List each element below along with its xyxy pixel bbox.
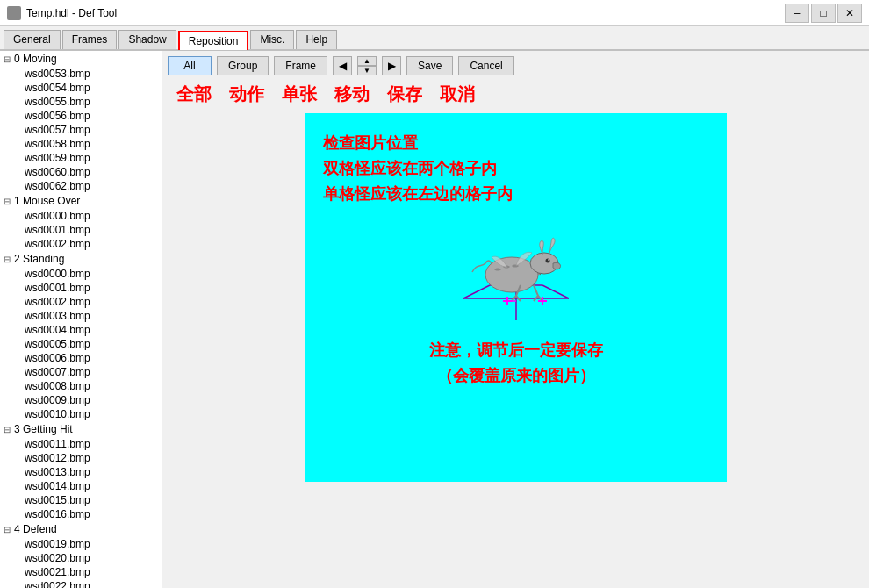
canvas-area: 检查图片位置 双格怪应该在两个格子内 单格怪应该在左边的格子内 xyxy=(305,113,727,482)
list-item[interactable]: wsd0022.bmp xyxy=(0,579,162,588)
tree-group-defend[interactable]: ⊟ 4 Defend xyxy=(0,521,162,537)
list-item[interactable]: wsd0058.bmp xyxy=(0,137,162,151)
label-action: 动作 xyxy=(229,82,264,106)
label-save: 保存 xyxy=(387,82,422,106)
expand-icon-standing: ⊟ xyxy=(4,255,11,264)
list-item[interactable]: wsd0011.bmp xyxy=(0,437,162,451)
list-item[interactable]: wsd0057.bmp xyxy=(0,123,162,137)
canvas-text-1: 检查图片位置 双格怪应该在两个格子内 单格怪应该在左边的格子内 xyxy=(323,131,709,206)
tab-help[interactable]: Help xyxy=(296,30,337,49)
app-icon xyxy=(7,6,21,20)
menu-tabs: General Frames Shadow Reposition Misc. H… xyxy=(0,26,869,51)
minimize-button[interactable]: – xyxy=(785,4,809,23)
list-item[interactable]: wsd0003.bmp xyxy=(0,309,162,323)
list-item[interactable]: wsd0014.bmp xyxy=(0,479,162,493)
content-panel: All Group Frame ◀ ▲ ▼ ▶ Save Cancel 全部 动… xyxy=(162,51,869,588)
canvas-bottom-text: 注意，调节后一定要保存 （会覆盖原来的图片） xyxy=(323,338,709,389)
close-button[interactable]: ✕ xyxy=(837,4,862,23)
list-item[interactable]: wsd0053.bmp xyxy=(0,67,162,81)
expand-icon-gettinghit: ⊟ xyxy=(4,425,11,434)
title-bar: Temp.hdl - Def Tool – □ ✕ xyxy=(0,0,869,26)
tab-misc[interactable]: Misc. xyxy=(250,30,294,49)
list-item[interactable]: wsd0060.bmp xyxy=(0,165,162,179)
arrow-down-button[interactable]: ▼ xyxy=(357,66,377,75)
dragon-image xyxy=(455,224,578,320)
arrow-left-button[interactable]: ◀ xyxy=(333,56,352,75)
list-item[interactable]: wsd0010.bmp xyxy=(0,407,162,421)
chinese-labels-row: 全部 动作 单张 移动 保存 取消 xyxy=(168,82,864,106)
list-item[interactable]: wsd0013.bmp xyxy=(0,465,162,479)
list-item[interactable]: wsd0021.bmp xyxy=(0,565,162,579)
list-item[interactable]: wsd0062.bmp xyxy=(0,179,162,193)
label-all: 全部 xyxy=(176,82,212,106)
canvas-wrapper: 检查图片位置 双格怪应该在两个格子内 单格怪应该在左边的格子内 xyxy=(168,113,864,583)
list-item[interactable]: wsd0002.bmp xyxy=(0,295,162,309)
list-item[interactable]: wsd0005.bmp xyxy=(0,337,162,351)
maximize-button[interactable]: □ xyxy=(811,4,836,23)
window-title: Temp.hdl - Def Tool xyxy=(26,7,117,19)
tree-group-gettinghit[interactable]: ⊟ 3 Getting Hit xyxy=(0,421,162,437)
group-label-defend: 4 Defend xyxy=(14,523,57,535)
main-area: ⊟ 0 Moving wsd0053.bmp wsd0054.bmp wsd00… xyxy=(0,51,869,588)
group-label-gettinghit: 3 Getting Hit xyxy=(14,423,73,435)
list-item[interactable]: wsd0009.bmp xyxy=(0,393,162,407)
frame-button[interactable]: Frame xyxy=(274,56,327,75)
label-single: 单张 xyxy=(282,82,317,106)
all-button[interactable]: All xyxy=(168,56,212,75)
tree-group-moving[interactable]: ⊟ 0 Moving xyxy=(0,51,162,67)
list-item[interactable]: wsd0001.bmp xyxy=(0,223,162,237)
label-move: 移动 xyxy=(334,82,370,106)
svg-point-11 xyxy=(545,259,549,263)
label-cancel: 取消 xyxy=(440,82,475,106)
arrow-up-button[interactable]: ▲ xyxy=(357,56,377,66)
list-item[interactable]: wsd0007.bmp xyxy=(0,365,162,379)
list-item[interactable]: wsd0000.bmp xyxy=(0,209,162,223)
arrow-vertical-group: ▲ ▼ xyxy=(357,56,377,75)
cancel-button[interactable]: Cancel xyxy=(458,56,514,75)
tab-reposition[interactable]: Reposition xyxy=(178,31,249,50)
tab-frames[interactable]: Frames xyxy=(62,30,118,49)
list-item[interactable]: wsd0054.bmp xyxy=(0,81,162,95)
file-tree: ⊟ 0 Moving wsd0053.bmp wsd0054.bmp wsd00… xyxy=(0,51,162,588)
group-button[interactable]: Group xyxy=(217,56,269,75)
list-item[interactable]: wsd0008.bmp xyxy=(0,379,162,393)
list-item[interactable]: wsd0006.bmp xyxy=(0,351,162,365)
list-item[interactable]: wsd0016.bmp xyxy=(0,507,162,521)
list-item[interactable]: wsd0004.bmp xyxy=(0,323,162,337)
toolbar: All Group Frame ◀ ▲ ▼ ▶ Save Cancel xyxy=(168,56,864,75)
arrow-right-button[interactable]: ▶ xyxy=(382,56,401,75)
list-item[interactable]: wsd0012.bmp xyxy=(0,451,162,465)
window-controls: – □ ✕ xyxy=(785,4,862,23)
list-item[interactable]: wsd0059.bmp xyxy=(0,151,162,165)
list-item[interactable]: wsd0000.bmp xyxy=(0,267,162,281)
list-item[interactable]: wsd0020.bmp xyxy=(0,551,162,565)
svg-line-3 xyxy=(542,285,569,298)
list-item[interactable]: wsd0019.bmp xyxy=(0,537,162,551)
svg-line-2 xyxy=(463,285,490,298)
tab-shadow[interactable]: Shadow xyxy=(118,30,176,49)
group-label-standing: 2 Standing xyxy=(14,253,64,265)
arrow-left-icon[interactable]: ◀ xyxy=(333,56,352,75)
list-item[interactable]: wsd0015.bmp xyxy=(0,493,162,507)
dragon-container xyxy=(323,224,709,320)
group-label-mouseover: 1 Mouse Over xyxy=(14,195,80,207)
tab-general[interactable]: General xyxy=(4,30,61,49)
arrow-right-icon[interactable]: ▶ xyxy=(382,56,401,75)
list-item[interactable]: wsd0001.bmp xyxy=(0,281,162,295)
expand-icon-defend: ⊟ xyxy=(4,525,11,534)
list-item[interactable]: wsd0002.bmp xyxy=(0,237,162,251)
expand-icon-moving: ⊟ xyxy=(4,54,11,64)
list-item[interactable]: wsd0056.bmp xyxy=(0,109,162,123)
tree-group-mouseover[interactable]: ⊟ 1 Mouse Over xyxy=(0,193,162,209)
list-item[interactable]: wsd0055.bmp xyxy=(0,95,162,109)
svg-point-12 xyxy=(548,260,549,262)
tree-group-standing[interactable]: ⊟ 2 Standing xyxy=(0,251,162,267)
expand-icon-mouseover: ⊟ xyxy=(4,197,11,206)
group-label-moving: 0 Moving xyxy=(14,53,57,65)
save-button[interactable]: Save xyxy=(406,56,453,75)
